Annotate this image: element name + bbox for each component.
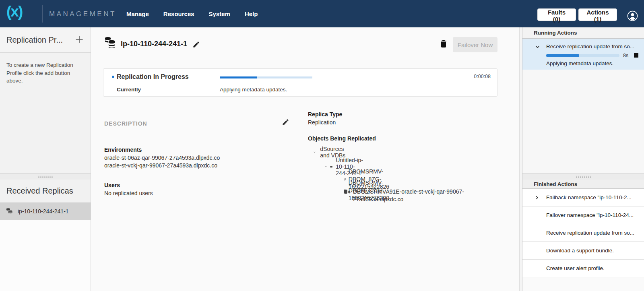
- description-label: DESCRIPTION: [104, 120, 147, 127]
- vdb-icon: [344, 189, 350, 195]
- page-title: ip-10-110-244-241-1: [121, 40, 187, 48]
- running-elapsed-time: 8s: [623, 53, 628, 58]
- user-avatar-icon[interactable]: [627, 10, 638, 21]
- received-replica-label: ip-10-110-244-241-1: [18, 208, 69, 215]
- edit-title-button[interactable]: [192, 41, 200, 50]
- running-progress-fill: [546, 54, 579, 57]
- chevron-right-icon[interactable]: [534, 195, 540, 200]
- nav-item-help[interactable]: Help: [245, 10, 258, 17]
- drag-dots-icon: [38, 175, 53, 178]
- chevron-down-icon[interactable]: [535, 44, 541, 50]
- nav-item-system[interactable]: System: [209, 10, 230, 17]
- finished-action-row[interactable]: Create user alert profile.: [522, 260, 644, 277]
- currently-label: Currently: [117, 87, 141, 93]
- top-navbar: (x) MANAGEMENT Manage Resources System H…: [0, 0, 644, 27]
- actions-panel: Running Actions Receive replication upda…: [522, 27, 644, 291]
- failover-now-button[interactable]: Failover Now: [453, 37, 497, 52]
- finished-action-label: Create user alert profile.: [546, 265, 605, 271]
- replica-icon: [6, 208, 13, 215]
- brand-divider: [42, 5, 43, 23]
- replication-progress-title: Replication In Progress: [117, 73, 189, 80]
- users-value: No replicated users: [104, 190, 153, 197]
- users-label: Users: [104, 182, 120, 188]
- finished-action-label: Receive replication update from so...: [546, 230, 634, 236]
- received-replicas-section: Received Replicas ip-10-110-244-241-1: [0, 173, 91, 291]
- progress-bullet-icon: [112, 76, 114, 78]
- pencil-icon: [192, 41, 200, 48]
- main-content: ip-10-110-244-241-1 Failover Now Replica…: [91, 27, 519, 291]
- tree-leaf-label: DBOMSRMVA91E-oracle-st-vckj-qar-99067-27…: [353, 188, 470, 203]
- replica-type-value: Replication: [308, 119, 336, 126]
- finished-actions-header: Finished Actions: [522, 180, 644, 189]
- drag-dots-icon: [576, 175, 591, 178]
- panel-splitter[interactable]: [519, 27, 522, 291]
- objects-being-replicated-label: Objects Being Replicated: [308, 135, 376, 142]
- running-action-status: Applying metadata updates.: [546, 60, 613, 66]
- environments-label: Environments: [104, 147, 142, 153]
- finished-action-row[interactable]: Download a support bundle.: [522, 242, 644, 260]
- profiles-help-text: To create a new Replication Profile clic…: [6, 61, 79, 85]
- stop-action-button[interactable]: [634, 53, 638, 58]
- replication-profiles-title: Replication Pr...: [6, 35, 63, 45]
- replica-database-icon: [104, 36, 118, 51]
- left-sidebar: Replication Pr... To create a new Replic…: [0, 27, 91, 291]
- received-replica-row[interactable]: ip-10-110-244-241-1: [0, 202, 91, 220]
- finished-actions-section: Finished Actions Failback namespace "ip-…: [522, 173, 644, 291]
- nav-item-resources[interactable]: Resources: [163, 10, 194, 17]
- current-status-text: Applying metadata updates.: [220, 87, 287, 93]
- received-replicas-header: Received Replicas: [0, 180, 91, 202]
- finished-action-label: Failback namespace "ip-10-110-2...: [546, 194, 632, 200]
- trash-icon: [439, 38, 448, 50]
- edit-description-button[interactable]: [282, 118, 289, 127]
- plus-icon: [74, 35, 84, 44]
- finished-action-label: Failover namespace "ip-10-110-24...: [546, 212, 634, 218]
- replication-progress-fill: [220, 76, 257, 78]
- delphix-logo: (x): [6, 3, 22, 20]
- running-actions-header: Running Actions: [522, 27, 644, 39]
- received-list-empty-area: [0, 220, 91, 291]
- nav-item-manage[interactable]: Manage: [126, 10, 149, 17]
- app-root: (x) MANAGEMENT Manage Resources System H…: [0, 0, 644, 291]
- replication-progress-bar: [220, 76, 312, 78]
- finished-action-row[interactable]: Failback namespace "ip-10-110-2...: [522, 189, 644, 206]
- tree-leaf-row[interactable]: DBOMSRMVA91E-oracle-st-vckj-qar-99067-27…: [344, 188, 470, 203]
- running-action-title: Receive replication update from so...: [546, 43, 640, 50]
- sidebar-drag-handle[interactable]: [0, 173, 91, 180]
- environment-item: oracle-st-vckj-qar-99067-27a4593a.dlpxdc…: [104, 162, 217, 169]
- panel-drag-handle[interactable]: [522, 173, 644, 180]
- pencil-icon: [282, 118, 289, 126]
- finished-action-row[interactable]: Receive replication update from so...: [522, 224, 644, 242]
- running-action-item[interactable]: Receive replication update from so... 8s…: [522, 39, 644, 70]
- folder-icon: [330, 164, 332, 169]
- delete-replica-button[interactable]: [439, 38, 448, 51]
- running-progress-bar: [546, 54, 619, 57]
- actions-button[interactable]: Actions (1): [578, 8, 617, 21]
- environment-item: oracle-st-06az-qar-99067-27a4593a.dlpxdc…: [104, 154, 220, 162]
- faults-button[interactable]: Faults (0): [537, 8, 576, 21]
- replication-profiles-header: Replication Pr...: [0, 27, 91, 53]
- received-replicas-title: Received Replicas: [6, 186, 73, 196]
- nav-menu: Manage Resources System Help: [126, 0, 258, 27]
- chevron-down-icon[interactable]: [313, 149, 316, 155]
- elapsed-time: 0:00:08: [474, 74, 491, 79]
- finished-action-row[interactable]: Failover namespace "ip-10-110-24...: [522, 206, 644, 224]
- finished-action-label: Download a support bundle.: [546, 248, 614, 254]
- add-profile-button[interactable]: [74, 35, 84, 45]
- finished-list-empty-area: [522, 277, 644, 291]
- brand-label: MANAGEMENT: [49, 10, 116, 18]
- replica-type-label: Replica Type: [308, 111, 342, 118]
- replication-progress-card: Replication In Progress 0:00:08 Currentl…: [103, 68, 497, 97]
- chevron-down-icon[interactable]: [325, 164, 327, 169]
